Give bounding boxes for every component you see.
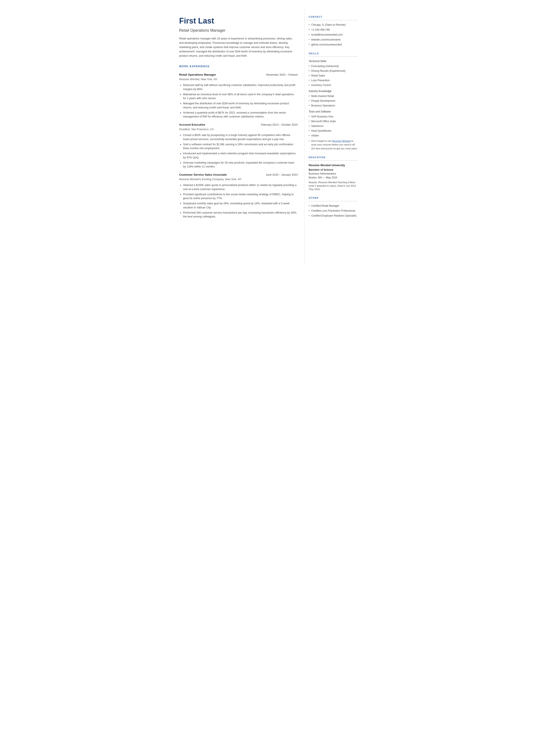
resume-worded-link[interactable]: Resume Worded	[332, 140, 351, 142]
list-item: Adobe	[309, 134, 358, 137]
list-item: Intuit QuickBooks	[309, 129, 358, 133]
edu-location: Boston, MA — May 2010	[309, 176, 358, 180]
job-3-title: Customer Service Sales Associate	[179, 173, 227, 177]
education-label: EDUCATION	[309, 155, 358, 161]
candidate-name: First Last	[179, 15, 298, 27]
left-column: First Last Retail Operations Manager Ret…	[171, 9, 304, 265]
list-item: Performed 340 customer service transacti…	[179, 211, 298, 219]
list-item: Chicago, IL (Open to Remote)	[309, 23, 358, 27]
list-item: Maintained an inventory level of over 88…	[179, 93, 298, 101]
job-1-bullets: Reduced staff by half without sacrificin…	[179, 83, 298, 119]
list-item: email@resumeworded.com	[309, 33, 358, 37]
list-item: Inventory Control	[309, 83, 358, 87]
job-2: Account Executive February 2013 – Octobe…	[179, 123, 298, 169]
list-item: github.com/resumeworded	[309, 43, 358, 46]
technical-skills-list: Forecasting (Advanced) Driving Results (…	[309, 64, 358, 87]
edu-degree: Bachelor of Science	[309, 168, 358, 172]
tools-label: Tools and Software:	[309, 110, 358, 114]
industry-skills-list: Multi-channel Retail People Development …	[309, 94, 358, 107]
job-1: Retail Operations Manager November 2015 …	[179, 72, 298, 119]
job-2-dates: February 2013 – October 2015	[261, 123, 298, 127]
contact-section: CONTACT Chicago, IL (Open to Remote) +1-…	[309, 15, 358, 46]
job-2-company: Growthsi, San Francisco, CA	[179, 127, 298, 131]
list-item: +1-234-456-789	[309, 28, 358, 32]
contact-list: Chicago, IL (Open to Remote) +1-234-456-…	[309, 23, 358, 46]
list-item: Attained a $150K sales quota in personal…	[179, 183, 298, 191]
university-name: Resume Worded University	[309, 163, 358, 167]
list-item: People Development	[309, 99, 358, 103]
tools-list: SAP Business One Microsoft Office Suite …	[309, 115, 358, 137]
list-item: Loss Prevention	[309, 78, 358, 82]
edu-awards: Awards: Resume Worded Teaching Fellow (o…	[309, 181, 358, 191]
list-item: Surpassed monthly sales goal by 43%, exc…	[179, 202, 298, 210]
list-item: Certified Retail Manager.	[309, 204, 358, 208]
industry-knowledge-label: Industry Knowledge:	[309, 89, 358, 93]
job-1-company: Resume Worded, New York, NY	[179, 77, 298, 81]
list-item: Certified Loss Prevention Professional.	[309, 209, 358, 213]
list-item: Salesforce	[309, 124, 358, 128]
job-3-dates: June 2010 – January 2013	[266, 173, 297, 177]
job-3: Customer Service Sales Associate June 20…	[179, 173, 298, 219]
list-item: Certified Employee Relations Specialist.	[309, 214, 358, 218]
job-1-header: Retail Operations Manager November 2015 …	[179, 72, 298, 77]
other-list: Certified Retail Manager. Certified Loss…	[309, 204, 358, 218]
list-item: Introduced and implemented a client rete…	[179, 152, 298, 160]
job-1-dates: November 2015 – Present	[266, 73, 298, 77]
list-item: linkedin.com/in/username	[309, 38, 358, 42]
technical-skills-label: Technical Skills:	[309, 59, 358, 63]
list-item: SAP Business One	[309, 115, 358, 119]
list-item: Business Operations	[309, 104, 358, 107]
job-2-header: Account Executive February 2013 – Octobe…	[179, 123, 298, 127]
work-experience-label: WORK EXPERIENCE	[179, 65, 298, 70]
education-section: EDUCATION Resume Worded University Bache…	[309, 155, 358, 191]
job-2-title: Account Executive	[179, 123, 205, 127]
skills-section: SKILLS Technical Skills: Forecasting (Ad…	[309, 52, 358, 151]
list-item: Forecasting (Advanced)	[309, 64, 358, 68]
summary-text: Retail operations manager with 10 years …	[179, 37, 298, 58]
job-2-bullets: Closed a $92K sale by prospecting in a t…	[179, 133, 298, 169]
resume-page: First Last Retail Operations Manager Ret…	[171, 0, 365, 274]
job-3-bullets: Attained a $150K sales quota in personal…	[179, 183, 298, 219]
list-item: Microsoft Office Suite	[309, 119, 358, 123]
list-item: Closed a $92K sale by prospecting in a t…	[179, 133, 298, 141]
right-column: CONTACT Chicago, IL (Open to Remote) +1-…	[304, 9, 365, 265]
work-experience-section: WORK EXPERIENCE Retail Operations Manage…	[179, 65, 298, 219]
candidate-title: Retail Operations Manager	[179, 28, 298, 33]
list-item: Sold a software contract for $1.8M, earn…	[179, 142, 298, 151]
job-3-company: Resume Worded's Exciting Company, New Yo…	[179, 177, 298, 182]
edu-field: Business Administration	[309, 172, 358, 176]
list-item: Reduced staff by half without sacrificin…	[179, 83, 298, 91]
list-item: Provided significant contributions to th…	[179, 192, 298, 201]
list-item: Multi-channel Retail	[309, 94, 358, 98]
job-1-title: Retail Operations Manager	[179, 72, 216, 77]
list-item: Oversaw marketing campaigns for 43 new p…	[179, 161, 298, 169]
job-3-header: Customer Service Sales Associate June 20…	[179, 173, 298, 177]
list-item: Driving Results (Experienced)	[309, 69, 358, 73]
other-section: OTHER Certified Retail Manager. Certifie…	[309, 196, 358, 218]
skills-label: SKILLS	[309, 52, 358, 57]
other-label: OTHER	[309, 196, 358, 201]
resume-worded-note: Don't forget to use Resume Worded to sca…	[309, 139, 358, 151]
list-item: Managed the distribution of over $1M wor…	[179, 101, 298, 110]
contact-label: CONTACT	[309, 15, 358, 20]
list-item: Retail Sales	[309, 74, 358, 78]
list-item: Achieved a quarterly profit of $87K for …	[179, 111, 298, 119]
